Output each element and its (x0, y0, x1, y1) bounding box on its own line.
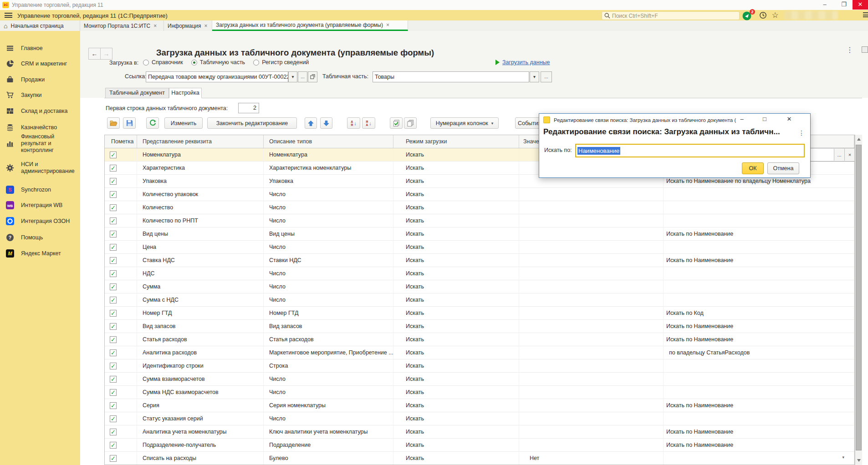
row-checkbox[interactable]: ✓ (110, 363, 117, 369)
refresh-button[interactable] (146, 117, 159, 129)
cell-types[interactable]: Статья расходов (264, 333, 393, 346)
scrollbar-thumb[interactable] (856, 145, 862, 450)
row-checkbox[interactable]: ✓ (110, 283, 117, 290)
cell-search-link[interactable] (664, 412, 854, 425)
cell-search-link[interactable]: Искать по Наименование (664, 320, 854, 333)
link-browse-button[interactable]: ... (298, 71, 307, 82)
cell-value[interactable] (519, 425, 664, 438)
cell-search-link[interactable]: Искать по Наименование (664, 439, 854, 451)
close-button[interactable]: ✕ (853, 0, 868, 10)
cell-search-link[interactable] (664, 386, 854, 399)
row-checkbox[interactable]: ✓ (110, 231, 117, 238)
cell-attribute[interactable]: НДС (137, 267, 264, 280)
table-row[interactable]: ✓ Сумма с НДС Число Искать (105, 293, 854, 307)
cell-attribute[interactable]: Количество упаковок (137, 188, 264, 201)
cell-types[interactable]: Булево (264, 452, 393, 465)
form-tab-1[interactable]: Монитор Портала 1С:ИТС× (80, 20, 164, 31)
load-data-link[interactable]: Загрузить данные (495, 59, 550, 66)
scroll-down-icon[interactable] (857, 459, 861, 462)
cell-load-mode[interactable]: Искать (393, 412, 519, 425)
table-row[interactable]: ✓ Ставка НДС Ставки НДС Искать Искать по… (105, 254, 854, 267)
cell-attribute[interactable]: Цена (137, 241, 264, 253)
cell-attribute[interactable]: Упаковка (137, 175, 264, 187)
open-file-button[interactable] (107, 117, 120, 129)
cell-types[interactable]: Число (264, 280, 393, 293)
cell-value[interactable] (519, 386, 664, 399)
radio-1-selected[interactable] (191, 60, 197, 66)
form-tab-0[interactable]: ⌂Начальная страница (0, 20, 80, 31)
dialog-minimize-button[interactable]: – (735, 115, 749, 124)
column-header-3[interactable]: Режим загрузки (393, 135, 519, 148)
save-button[interactable] (123, 117, 136, 129)
cell-search-link[interactable]: по владельцу СтатьяРасходов (664, 346, 854, 359)
row-checkbox[interactable]: ✓ (110, 204, 117, 211)
cell-types[interactable]: Число (264, 293, 393, 306)
table-row[interactable]: ✓ Цена Число Искать (105, 241, 854, 254)
row-checkbox[interactable]: ✓ (110, 297, 117, 303)
row-checkbox[interactable]: ✓ (110, 217, 117, 224)
link-open-icon[interactable] (308, 71, 317, 82)
table-row[interactable]: ✓ Подразделение-получатель Подразделение… (105, 439, 854, 452)
table-row[interactable]: ✓ Вид цены Вид цены Искать Искать по Наи… (105, 227, 854, 241)
move-up-button[interactable] (305, 117, 317, 129)
cancel-button[interactable]: Отмена (767, 162, 799, 174)
sidebar-item-help[interactable]: ?Помощь (0, 233, 80, 242)
cell-value[interactable] (519, 359, 664, 372)
sidebar-item-menu[interactable]: Главное (0, 44, 80, 53)
cell-search-link[interactable] (664, 293, 854, 306)
row-checkbox[interactable]: ✓ (110, 336, 117, 343)
row-checkbox[interactable]: ✓ (110, 178, 117, 185)
cell-types[interactable]: Число (264, 201, 393, 214)
link-dropdown-icon[interactable]: ▾ (288, 71, 297, 82)
column-numbering-button[interactable]: Нумерация колонок▾ (430, 117, 499, 129)
cell-search-link[interactable] (664, 267, 854, 280)
table-row[interactable]: ✓ Количество упаковок Число Искать (105, 188, 854, 201)
cell-value[interactable] (519, 227, 664, 240)
scroll-up-icon[interactable] (857, 138, 861, 141)
cell-attribute[interactable]: Характеристика (137, 162, 264, 174)
row-checkbox[interactable]: ✓ (110, 323, 117, 330)
cell-value[interactable] (519, 280, 664, 293)
row-checkbox[interactable]: ✓ (110, 152, 117, 158)
cell-types[interactable]: Число (264, 214, 393, 227)
cell-search-link[interactable]: Искать по Наименование (664, 399, 854, 412)
cell-clear-icon[interactable]: × (844, 149, 855, 161)
cell-attribute[interactable]: Списать на расходы (137, 452, 264, 465)
cell-value[interactable] (519, 214, 664, 227)
cell-value[interactable] (519, 439, 664, 451)
sidebar-item-chart[interactable]: Финансовый результат и контроллинг (0, 136, 80, 151)
cell-attribute[interactable]: Аналитика учета номенклатуры (137, 425, 264, 438)
row-checkbox[interactable]: ✓ (110, 310, 117, 317)
row-checkbox[interactable]: ✓ (110, 270, 117, 277)
cell-attribute[interactable]: Вид цены (137, 227, 264, 240)
cell-attribute[interactable]: Ставка НДС (137, 254, 264, 267)
cell-search-link[interactable]: Искать по Наименование (664, 333, 854, 346)
search-by-input[interactable]: Наименование (575, 144, 805, 157)
table-row[interactable]: ✓ Сумма взаиморасчетов Число Искать (105, 373, 854, 386)
move-down-button[interactable] (320, 117, 332, 129)
column-header-1[interactable]: Представление реквизита (137, 135, 264, 148)
cell-load-mode[interactable]: Искать (393, 452, 519, 465)
cell-load-mode[interactable]: Искать (393, 280, 519, 293)
cell-value[interactable]: Нет (519, 452, 664, 465)
cell-search-link[interactable] (664, 452, 854, 465)
cell-search-link[interactable] (664, 280, 854, 293)
form-tab-2[interactable]: Информация× (164, 20, 212, 31)
sidebar-item-pie[interactable]: CRM и маркетинг (0, 59, 80, 68)
back-button[interactable]: ← (88, 48, 101, 60)
cell-types[interactable]: Число (264, 241, 393, 253)
cell-attribute[interactable]: Номер ГТД (137, 307, 264, 319)
load-data-link-text[interactable]: Загрузить данные (502, 59, 550, 66)
cell-value[interactable] (519, 267, 664, 280)
close-tab-icon[interactable]: × (386, 22, 389, 28)
row-checkbox[interactable]: ✓ (110, 191, 117, 198)
cell-types[interactable]: Упаковка (264, 175, 393, 187)
cell-attribute[interactable]: Номенклатура (137, 148, 264, 161)
cell-search-link[interactable]: Искать по Наименование (664, 254, 854, 267)
sidebar-item-synchrozon[interactable]: SSynchrozon (0, 185, 80, 194)
sidebar-item-market[interactable]: MЯндекс Маркет (0, 249, 80, 258)
cell-load-mode[interactable]: Искать (393, 373, 519, 385)
cell-load-mode[interactable]: Искать (393, 214, 519, 227)
cell-load-mode[interactable]: Искать (393, 320, 519, 333)
row-checkbox[interactable]: ✓ (110, 415, 117, 422)
